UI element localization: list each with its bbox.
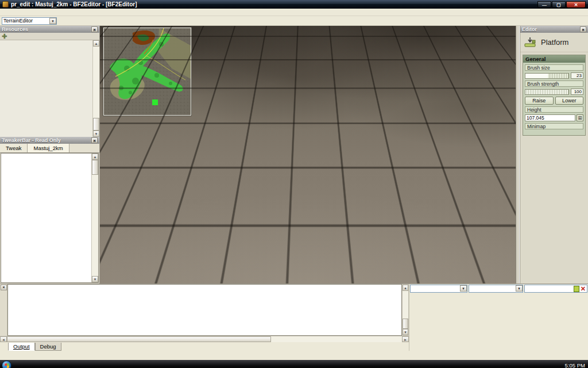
resources-toolbar: ✚ [0,33,99,40]
scroll-down-icon[interactable]: ▼ [403,329,408,335]
active-tool-row: Platform [520,33,588,52]
tweakerbar-header: TweakerBar - Read Only × [0,137,99,144]
brush-strength-slider[interactable] [525,89,569,95]
scroll-thumb[interactable] [7,336,271,342]
console-close-icon[interactable]: × [1,285,7,290]
resources-tree: ▲ ▼ [0,40,99,137]
scroll-down-icon[interactable]: ▼ [92,276,98,282]
brush-size-value[interactable]: 23 [571,72,583,79]
raise-button[interactable]: Raise [525,97,554,105]
chevron-down-icon[interactable]: ▼ [460,285,467,292]
general-group-header[interactable]: General [523,55,585,63]
tab-mastuj-2km[interactable]: Mastuj_2km [28,144,69,152]
system-tray: 5:05 PM [561,362,586,368]
chevron-down-icon[interactable]: ▼ [49,18,56,24]
tweaker-tabs: Tweak Mastuj_2km [0,144,99,153]
chevron-down-icon[interactable]: ▼ [516,285,523,292]
window-title: pr_edit : Mastuj_2km - BF2Editor - [BF2E… [11,1,537,7]
editor-panel-title: Editor [522,26,537,32]
resources-header: Resources × [0,26,99,33]
start-button[interactable] [2,361,11,368]
scroll-up-icon[interactable]: ▲ [93,40,99,47]
editor-panel-close-icon[interactable]: × [580,26,586,32]
platform-tool-icon [524,37,537,48]
filter-combo-1[interactable]: ▼ [410,285,467,293]
output-console: × ▲ ▼ ◄ ► Output Debug [0,284,409,351]
editor-mode-select[interactable]: TerrainEditor ▼ [2,17,57,25]
tab-tweak[interactable]: Tweak [0,144,28,152]
clear-icon[interactable]: ✕ [579,285,587,293]
panel-splitter[interactable] [516,26,520,283]
status-bar [0,351,588,360]
tweaker-content: ▲ ▼ [1,153,99,283]
scroll-thumb[interactable] [93,118,99,131]
tweakerbar-close-icon[interactable]: × [91,137,98,143]
minimap-overlay[interactable] [103,27,192,116]
title-bar: pr_edit : Mastuj_2km - BF2Editor - [BF2E… [0,0,588,9]
brush-size-label: Brush size [525,64,583,71]
console-command-input[interactable]: ✕ [524,285,587,293]
bf2editor-window: pr_edit : Mastuj_2km - BF2Editor - [BF2E… [0,0,588,368]
add-resource-icon[interactable]: ✚ [2,33,7,40]
height-spinner[interactable]: ⊞ [577,114,583,121]
windows-taskbar: 5:05 PM [0,360,588,368]
console-v-scrollbar[interactable]: ▲ ▼ [402,284,409,336]
scroll-up-icon[interactable]: ▲ [403,285,408,291]
active-tool-name: Platform [541,38,568,47]
editor-panel-header: Editor × [520,26,588,33]
scroll-thumb[interactable] [92,160,98,175]
tab-output[interactable]: Output [8,343,35,351]
height-input[interactable]: 107.045 [525,114,575,121]
menu-bar [0,9,588,16]
windows-logo-icon [5,363,9,368]
tweaker-scrollbar[interactable]: ▲ ▼ [91,154,98,282]
terrain-viewport[interactable] [100,26,516,283]
maximize-button[interactable]: ▢ [552,1,566,8]
close-button[interactable]: ✕ [566,1,586,8]
console-h-scrollbar[interactable]: ◄ ► [0,336,409,342]
console-filter-panel: ▼ ▼ ✕ [409,284,588,351]
resources-panel: Resources × ✚ ▲ ▼ TweakerBar - Read Only… [0,26,100,283]
scroll-thumb[interactable] [403,319,408,329]
toolbar: TerrainEditor ▼ [0,16,588,26]
clock: 5:05 PM [565,362,585,368]
filter-combo-2[interactable]: ▼ [469,285,523,293]
editor-mode-value: TerrainEditor [2,18,49,24]
run-command-icon[interactable] [574,286,579,292]
tweakerbar-title: TweakerBar - Read Only [2,137,61,143]
lower-button[interactable]: Lower [555,97,584,105]
height-label: Height [525,106,583,113]
tab-debug[interactable]: Debug [35,343,61,351]
console-output[interactable] [7,284,402,336]
scroll-down-icon[interactable]: ▼ [93,131,99,137]
minimize-button[interactable]: — [537,1,551,8]
brush-size-slider[interactable] [525,73,569,79]
resources-close-icon[interactable]: × [91,26,98,32]
editor-panel: Editor × Platform General Brush size 23 [520,26,588,283]
general-group: General Brush size 23 Brush strength 100… [523,55,586,136]
brush-strength-value[interactable]: 100 [571,89,583,95]
minimap-label: Minimap [525,123,583,129]
brush-strength-label: Brush strength [525,80,583,87]
scroll-up-icon[interactable]: ▲ [92,154,98,160]
app-icon [2,1,9,7]
scroll-left-icon[interactable]: ◄ [0,336,7,342]
resources-scrollbar[interactable]: ▲ ▼ [92,40,99,137]
scroll-right-icon[interactable]: ► [402,336,409,342]
resources-title: Resources [2,26,28,32]
